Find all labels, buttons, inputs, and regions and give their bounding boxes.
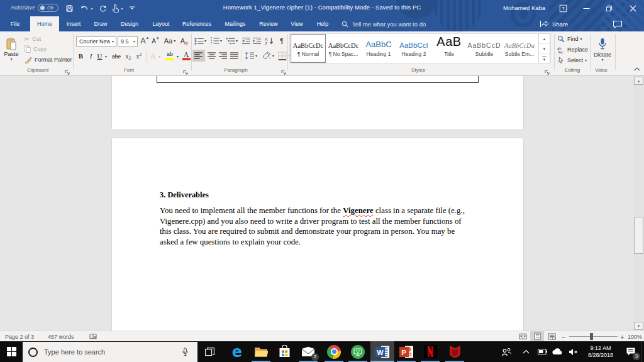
taskbar-app-store[interactable]: [272, 341, 296, 362]
show-desktop-button[interactable]: [641, 341, 644, 362]
dictate-button[interactable]: Dictate ▾: [592, 33, 613, 66]
styles-scroll-up[interactable]: ▲: [539, 34, 550, 44]
grow-font-button[interactable]: A ▲: [140, 35, 150, 47]
tab-mailings[interactable]: Mailings: [221, 16, 250, 31]
taskbar-app-powerpoint[interactable]: P: [394, 341, 418, 362]
align-right-button[interactable]: [218, 50, 229, 62]
line-spacing-dropdown[interactable]: ▾: [255, 54, 257, 58]
replace-button[interactable]: ab ac Replace: [557, 46, 588, 53]
style-subtle-emphasis[interactable]: AaBbCcDa Subtle Em...: [502, 34, 537, 63]
tab-layout[interactable]: Layout: [149, 16, 173, 31]
tab-references[interactable]: References: [180, 16, 214, 31]
taskbar-app-mcafee[interactable]: [443, 341, 467, 362]
vertical-scrollbar[interactable]: ▲ ▼: [633, 76, 644, 331]
underline-button[interactable]: U: [96, 50, 104, 62]
volume-muted-tray-icon[interactable]: [565, 341, 580, 362]
taskbar-app-screen-share[interactable]: [346, 341, 370, 362]
task-view-button[interactable]: [197, 341, 221, 362]
print-layout-button[interactable]: [530, 331, 544, 341]
scroll-down-button[interactable]: ▼: [634, 322, 643, 330]
web-layout-button[interactable]: [545, 331, 558, 341]
font-dialog-launcher[interactable]: [183, 67, 189, 73]
align-center-button[interactable]: [206, 50, 218, 62]
styles-more-button[interactable]: ▼: [539, 54, 550, 64]
format-painter-button[interactable]: Format Painter: [24, 55, 72, 64]
show-marks-button[interactable]: ¶: [277, 35, 287, 47]
change-case-button[interactable]: Aa ▾: [162, 35, 177, 47]
paste-button[interactable]: Paste ▾: [2, 33, 21, 65]
taskbar-app-mail[interactable]: 2: [296, 341, 320, 362]
style-subtitle[interactable]: AaBbCcD Subtitle: [467, 34, 502, 63]
tab-design[interactable]: Design: [118, 16, 142, 31]
tab-help[interactable]: Help: [313, 16, 332, 31]
numbering-dropdown[interactable]: ▾: [220, 39, 222, 43]
taskbar-clock[interactable]: 9:12 AM 8/28/2018: [582, 341, 619, 362]
select-button[interactable]: Select ▾: [557, 57, 587, 64]
highlight-dropdown[interactable]: ▾: [177, 55, 179, 58]
taskbar-search-box[interactable]: Type here to search: [23, 342, 197, 362]
battery-tray-icon[interactable]: [535, 341, 550, 362]
tell-me-search[interactable]: Tell me what you want to do: [341, 16, 426, 31]
zoom-in-button[interactable]: +: [620, 333, 624, 341]
restore-button[interactable]: [598, 0, 619, 16]
tab-draw[interactable]: Draw: [90, 16, 111, 31]
clipboard-dialog-launcher[interactable]: [65, 67, 71, 73]
superscript-button[interactable]: x 2: [134, 50, 144, 62]
shading-dropdown[interactable]: ▾: [272, 54, 274, 58]
document-page-1[interactable]: [112, 76, 523, 129]
proofing-status[interactable]: [89, 333, 97, 341]
style-heading-2[interactable]: AaBbCcI Heading 2: [396, 34, 431, 63]
style-title[interactable]: AaB Title: [431, 34, 467, 63]
font-size-combo[interactable]: 9.5 ▾: [118, 36, 138, 47]
cut-button[interactable]: ✂ Cut: [24, 35, 41, 43]
find-button[interactable]: Find ▾: [557, 35, 582, 43]
italic-button[interactable]: I: [87, 50, 95, 62]
document-page-2[interactable]: 3. Deliverables You need to implement al…: [112, 138, 523, 331]
taskbar-app-chrome[interactable]: [322, 341, 346, 362]
justify-button[interactable]: [229, 50, 240, 62]
highlight-button[interactable]: ab: [164, 50, 176, 62]
font-name-combo[interactable]: Courier New ▾: [76, 36, 116, 47]
style-normal[interactable]: AaBbCcDc ¶ Normal: [291, 34, 326, 63]
scroll-up-button[interactable]: ▲: [634, 77, 643, 85]
comments-button[interactable]: [613, 19, 623, 31]
read-mode-button[interactable]: [516, 331, 530, 341]
taskbar-app-edge[interactable]: e: [225, 341, 249, 362]
onedrive-tray-icon[interactable]: [550, 341, 565, 362]
font-color-button[interactable]: A: [181, 50, 191, 62]
share-button[interactable]: Share: [540, 16, 568, 31]
clear-formatting-button[interactable]: A: [180, 35, 191, 47]
collapse-ribbon-button[interactable]: [631, 64, 643, 74]
line-spacing-button[interactable]: [243, 50, 255, 62]
tray-expand-chevron[interactable]: [518, 341, 533, 362]
subscript-button[interactable]: x 2: [123, 50, 133, 62]
strikethrough-button[interactable]: abe: [110, 50, 123, 62]
search-mic-icon[interactable]: [182, 348, 189, 356]
multilevel-list-dropdown[interactable]: ▾: [236, 39, 238, 43]
style-heading-1[interactable]: AaBbC Heading 1: [361, 34, 396, 63]
taskbar-app-file-explorer[interactable]: [249, 341, 273, 362]
page-indicator[interactable]: Page 2 of 3: [5, 334, 34, 340]
tab-insert[interactable]: Insert: [64, 16, 84, 31]
start-button[interactable]: [0, 341, 23, 362]
tab-review[interactable]: Review: [257, 16, 280, 31]
bullets-dropdown[interactable]: ▾: [204, 39, 206, 43]
shrink-font-button[interactable]: A ▼: [151, 35, 160, 47]
underline-dropdown[interactable]: ▾: [105, 55, 107, 58]
sort-button[interactable]: A Z: [264, 35, 275, 47]
style-no-spacing[interactable]: AaBbCcDc ¶ No Spac...: [326, 34, 361, 63]
zoom-slider-thumb[interactable]: [590, 333, 593, 340]
increase-indent-button[interactable]: [252, 35, 262, 47]
numbering-button[interactable]: [209, 35, 219, 47]
tab-file[interactable]: File: [5, 16, 25, 31]
styles-scroll-down[interactable]: ▼: [539, 44, 550, 54]
tab-view[interactable]: View: [287, 16, 306, 31]
zoom-level[interactable]: 100%: [628, 334, 642, 340]
text-effects-button[interactable]: A: [148, 50, 158, 62]
taskbar-app-word[interactable]: W: [370, 341, 394, 362]
decrease-indent-button[interactable]: [241, 35, 251, 47]
multilevel-list-button[interactable]: [225, 35, 235, 47]
font-color-dropdown[interactable]: ▾: [187, 55, 189, 58]
borders-button[interactable]: [277, 50, 288, 62]
paragraph-dialog-launcher[interactable]: [281, 67, 287, 73]
